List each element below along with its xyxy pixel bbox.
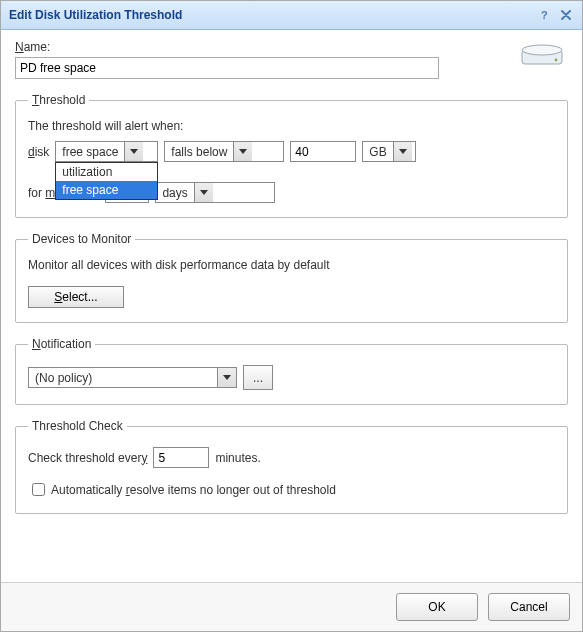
notification-legend: Notification — [28, 337, 95, 351]
notification-policy-select[interactable]: (No policy) — [28, 367, 237, 388]
select-devices-button[interactable]: Select... — [28, 286, 124, 308]
auto-resolve-checkbox[interactable] — [32, 483, 45, 496]
threshold-check-group: Threshold Check Check threshold every mi… — [15, 419, 568, 514]
title-bar: Edit Disk Utilization Threshold ? — [1, 1, 582, 30]
edit-disk-threshold-dialog: Edit Disk Utilization Threshold ? Name: … — [0, 0, 583, 632]
devices-desc: Monitor all devices with disk performanc… — [28, 258, 555, 272]
duration-unit-select[interactable]: days — [155, 182, 275, 203]
chevron-down-icon[interactable] — [233, 142, 252, 161]
svg-text:?: ? — [541, 9, 548, 21]
check-interval-input[interactable] — [153, 447, 209, 468]
devices-group: Devices to Monitor Monitor all devices w… — [15, 232, 568, 323]
threshold-legend: Threshold — [28, 93, 89, 107]
cancel-button[interactable]: Cancel — [488, 593, 570, 621]
metric-select[interactable]: free space — [55, 141, 158, 162]
threshold-group: Threshold The threshold will alert when:… — [15, 93, 568, 218]
chevron-down-icon[interactable] — [194, 183, 213, 202]
auto-resolve-label: Automatically resolve items no longer ou… — [51, 483, 336, 497]
threshold-value-input[interactable] — [290, 141, 356, 162]
comparator-select[interactable]: falls below — [164, 141, 284, 162]
disk-icon — [520, 42, 564, 70]
dialog-footer: OK Cancel — [1, 582, 582, 631]
check-every-label: Check threshold every — [28, 451, 147, 465]
devices-legend: Devices to Monitor — [28, 232, 135, 246]
metric-option-free-space[interactable]: free space — [56, 181, 157, 199]
metric-dropdown: utilization free space — [55, 162, 158, 200]
threshold-check-legend: Threshold Check — [28, 419, 127, 433]
close-icon[interactable] — [558, 7, 574, 23]
metric-option-utilization[interactable]: utilization — [56, 163, 157, 181]
svg-point-2 — [522, 45, 562, 55]
name-label: Name: — [15, 40, 568, 54]
dialog-title: Edit Disk Utilization Threshold — [9, 8, 182, 22]
chevron-down-icon[interactable] — [393, 142, 412, 161]
check-unit-label: minutes. — [215, 451, 260, 465]
chevron-down-icon[interactable] — [124, 142, 143, 161]
unit-select[interactable]: GB — [362, 141, 416, 162]
notification-browse-button[interactable]: ... — [243, 365, 273, 390]
svg-point-3 — [555, 59, 558, 62]
chevron-down-icon[interactable] — [217, 368, 236, 387]
notification-group: Notification (No policy) ... — [15, 337, 568, 405]
name-input[interactable] — [15, 57, 439, 79]
ok-button[interactable]: OK — [396, 593, 478, 621]
help-icon[interactable]: ? — [536, 7, 552, 23]
threshold-alert-text: The threshold will alert when: — [28, 119, 555, 133]
disk-label: disk — [28, 145, 49, 159]
